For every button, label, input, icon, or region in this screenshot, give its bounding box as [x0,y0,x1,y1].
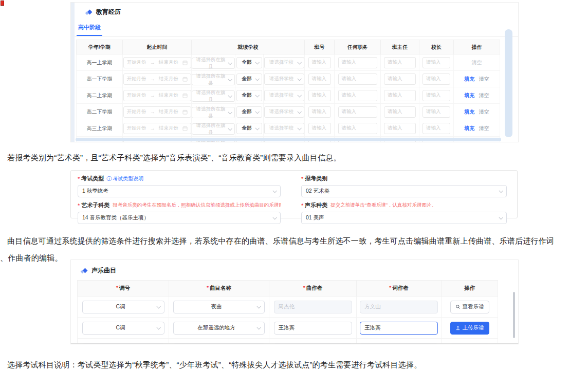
county-select[interactable]: 请选择所在旗县 [192,74,235,85]
select-value: 14 音乐教育类（器乐主项） [82,214,149,221]
scope-select[interactable]: 全部 [236,73,262,85]
fill-action[interactable]: 填充 [465,142,475,143]
upload-score-button[interactable]: 上传乐谱 [450,322,489,335]
exam-type-select[interactable]: 1 秋季统考 [78,185,281,197]
required-star: * [301,202,303,209]
principal-input[interactable]: 请输入 [422,73,450,85]
song-name-select[interactable]: 在那遥远的地方 [173,322,265,335]
position-input[interactable]: 请输入 [338,90,377,101]
education-row: 高一下学期 开始月份→结束月份 请选择所在旗县 全部 请选择学校 请输入 请输入… [77,71,500,87]
clear-action[interactable]: 清空 [479,142,489,143]
head-teacher-input[interactable]: 请输入 [384,90,416,101]
paragraph-subject-selection-note: 选择考试科目说明：考试类型选择为“秋季统考”、“少年班考试”、“特殊拔尖人才选拔… [7,359,421,370]
fill-action[interactable]: 填充 [465,125,475,131]
exam-type-help-link[interactable]: 考试类型说明 [113,175,143,182]
lyricist-input[interactable]: 请输入 [360,343,438,345]
song-name-select[interactable]: 夜曲 [173,301,265,313]
horizontal-scrollbar[interactable] [76,138,501,141]
scope-select[interactable]: 全部 [236,106,262,118]
tab-highschool-stage[interactable]: 高中阶段 [77,24,102,36]
fill-action[interactable]: 填充 [465,109,475,115]
class-no-input[interactable]: 请输入 [308,57,331,68]
semester-label: 高二下学期 [77,104,123,120]
song-name-select[interactable]: 请选择曲目 [173,343,265,345]
clear-action[interactable]: 清空 [472,60,482,65]
key-signature-select[interactable]: C调 [82,301,164,313]
head-teacher-input[interactable]: 请输入 [384,106,416,118]
calendar-icon [182,60,188,65]
clear-action[interactable]: 清空 [479,92,489,98]
position-input[interactable]: 请输入 [338,106,377,118]
head-teacher-input[interactable]: 请输入 [384,57,416,68]
scope-select[interactable]: 全部 [236,57,262,68]
scope-select[interactable]: 全部 [236,90,262,101]
field-label: 报考类别 [305,175,327,182]
class-no-input[interactable]: 请输入 [308,123,331,134]
date-range-input[interactable]: 开始月份→结束月份 [123,90,191,101]
lyricist-input: 方文山 [360,301,438,313]
chevron-down-icon [228,77,232,81]
class-no-input[interactable]: 请输入 [308,106,331,118]
county-select[interactable]: 请选择所在旗县 [192,123,235,135]
principal-input[interactable]: 请输入 [422,90,450,101]
date-range-input[interactable]: 开始月份→结束月份 [123,57,191,68]
class-no-input[interactable]: 请输入 [308,90,331,101]
date-range-input[interactable]: 开始月份→结束月份 [123,123,191,134]
lyricist-input[interactable]: 王洛宾 [360,322,438,335]
school-select[interactable]: 请选择学校 [264,123,304,134]
calendar-icon [182,77,188,82]
chevron-down-icon [297,126,301,130]
school-select[interactable]: 请选择学校 [264,106,304,118]
county-select[interactable]: 请选择所在旗县 [192,90,235,102]
form-field: *报考类别 02 艺术类 [301,175,507,197]
clear-action[interactable]: 清空 [479,76,489,82]
section-title: 教育经历 [96,8,121,16]
school-select[interactable]: 请选择学校 [264,90,304,101]
form-field: *考试类型ⓘ考试类型说明 1 秋季统考 [78,175,281,197]
col-position: 任何职务 [335,40,381,54]
composer-input[interactable]: 王洛宾 [274,322,352,335]
school-select[interactable]: 请选择学校 [264,73,304,85]
head-teacher-input[interactable]: 请输入 [384,123,416,134]
vocal-row: 请选择调号 请选择曲目 请输入 请输入 上传乐谱 [78,339,498,345]
vocal-col-header: 操作 [442,281,498,297]
composer-input[interactable]: 请输入 [274,343,352,345]
clear-action[interactable]: 清空 [479,109,489,115]
head-teacher-input[interactable]: 请输入 [384,73,416,85]
class-no-input[interactable]: 请输入 [308,73,331,85]
position-input[interactable]: 请输入 [338,57,377,68]
vertical-scrollbar[interactable] [513,292,515,338]
fill-action[interactable]: 填充 [465,92,475,98]
education-row: 高一上学期 开始月份→结束月份 请选择所在旗县 全部 请选择学校 请输入 请输入… [77,54,500,71]
diamond-icon [86,9,93,15]
date-range-input[interactable]: 开始月份→结束月份 [123,106,191,118]
county-select[interactable]: 请选择所在旗县 [192,107,235,118]
position-input[interactable]: 请输入 [338,73,377,85]
art-subcategory-select[interactable]: 14 音乐教育类（器乐主项） [78,212,281,224]
clear-action[interactable]: 清空 [479,125,489,131]
field-label: 考试类型 [81,175,104,182]
vocal-type-select[interactable]: 01 美声 [301,212,507,224]
school-select[interactable]: 请选择学校 [264,57,304,68]
education-row: 高二下学期 开始月份→结束月份 请选择所在旗县 全部 请选择学校 请输入 请输入… [77,104,500,120]
form-field: *声乐种类提交之前请单击“查看乐谱”，认真核对乐谱图片。 01 美声 [301,201,507,224]
view-score-button[interactable]: 查看乐谱 [450,301,489,313]
key-signature-select[interactable]: C调 [82,322,164,335]
principal-input[interactable]: 请输入 [422,57,450,68]
scope-select[interactable]: 全部 [236,123,262,134]
chevron-down-icon [272,189,277,193]
apply-category-select[interactable]: 02 艺术类 [301,185,507,197]
calendar-icon [182,126,188,131]
principal-input[interactable]: 请输入 [422,106,450,118]
key-signature-select[interactable]: 请选择调号 [82,343,164,345]
date-range-input[interactable]: 开始月份→结束月份 [123,73,191,85]
panel-left-strip [71,3,75,142]
county-select[interactable]: 请选择所在旗县 [192,58,235,69]
fill-action[interactable]: 填充 [465,76,475,82]
vertical-scrollbar[interactable] [505,29,512,137]
col-class-no: 班号 [305,40,335,54]
form-field: *艺术子科类报考音乐类的考生在预报名后，照相确认信息前须选择或上传所填曲目的乐谱… [78,201,281,224]
position-input[interactable]: 请输入 [338,123,377,134]
info-icon: ⓘ [106,175,112,182]
principal-input[interactable]: 请输入 [422,123,450,134]
